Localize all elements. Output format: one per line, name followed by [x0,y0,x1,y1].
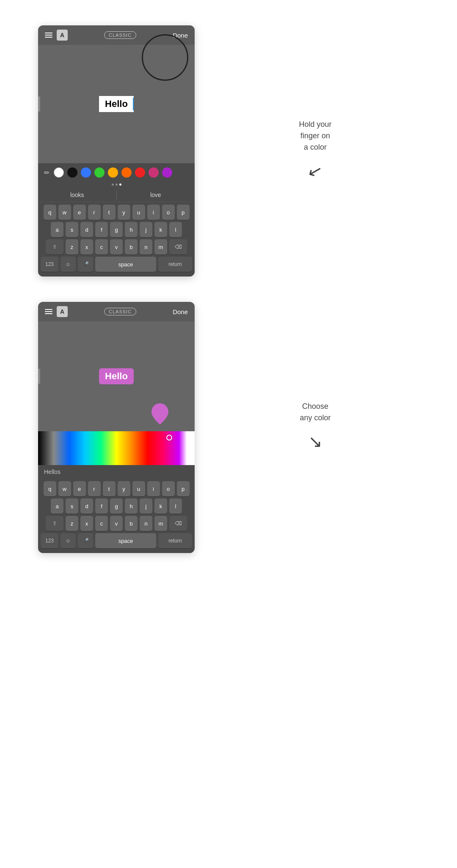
key-s[interactable]: s [66,222,78,237]
key-o[interactable]: o [162,205,175,220]
key2-s[interactable]: s [66,498,78,514]
font-icon-2[interactable]: A [57,306,68,317]
key-p[interactable]: p [177,205,190,220]
key-w[interactable]: w [58,205,71,220]
key-t[interactable]: t [103,205,116,220]
key-r[interactable]: r [88,205,101,220]
font-icon-1[interactable]: A [57,30,68,41]
color-red[interactable] [135,167,145,178]
key-emoji[interactable]: ☺ [61,257,76,272]
key-z[interactable]: z [66,239,78,255]
key-shift[interactable]: ⇧ [46,239,63,255]
done-button-2[interactable]: Done [173,308,188,315]
key2-x[interactable]: x [80,516,93,531]
key-h[interactable]: h [125,222,138,237]
key2-mic[interactable]: 🎤 [78,533,93,548]
side-tab-1 [38,96,40,112]
key-l[interactable]: l [169,222,182,237]
key-mic[interactable]: 🎤 [78,257,93,272]
hello-text-1[interactable]: Hello [99,96,134,112]
key-f[interactable]: f [95,222,108,237]
autocomplete-love[interactable]: love [117,191,195,199]
key2-m[interactable]: m [154,516,167,531]
key2-y[interactable]: y [118,481,130,496]
key2-q[interactable]: q [44,481,56,496]
hello-text-2[interactable]: Hello [99,368,134,384]
key-delete[interactable]: ⌫ [169,239,187,255]
key-g[interactable]: g [110,222,123,237]
key-x[interactable]: x [80,239,93,255]
color-black[interactable] [67,167,77,178]
pencil-icon-1[interactable]: ✏ [44,169,50,177]
key2-e[interactable]: e [73,481,86,496]
screen2-row: A CLASSIC Done Hello [38,302,419,553]
key2-z[interactable]: z [66,516,78,531]
color-purple[interactable] [162,167,172,178]
color-white[interactable] [54,167,64,178]
key2-v[interactable]: v [110,516,123,531]
key2-123[interactable]: 123 [41,533,58,548]
key2-g[interactable]: g [110,498,123,514]
classic-badge-1[interactable]: CLASSIC [104,31,136,39]
key2-n[interactable]: n [140,516,152,531]
key-m[interactable]: m [154,239,167,255]
key-i[interactable]: i [147,205,160,220]
key2-t[interactable]: t [103,481,116,496]
color-yellow[interactable] [108,167,118,178]
key2-space[interactable]: space [95,533,156,548]
key-row-2-1: q w e r t y u i o p [41,481,192,496]
key-k[interactable]: k [154,222,167,237]
side-tab-2 [38,369,40,384]
key2-j[interactable]: j [140,498,152,514]
key2-l[interactable]: l [169,498,182,514]
key-123[interactable]: 123 [41,257,58,272]
key2-delete[interactable]: ⌫ [169,516,187,531]
phone-mockup-1: A CLASSIC Done Hello ✏ [38,25,195,277]
key2-shift[interactable]: ⇧ [46,516,63,531]
key2-k[interactable]: k [154,498,167,514]
key-row-4: 123 ☺ 🎤 space return [41,257,192,272]
color-pointer [151,403,169,427]
color-orange[interactable] [121,167,132,178]
key2-i[interactable]: i [147,481,160,496]
key2-b[interactable]: b [125,516,138,531]
key-e[interactable]: e [73,205,86,220]
key2-d[interactable]: d [80,498,93,514]
key-a[interactable]: a [51,222,63,237]
key2-a[interactable]: a [51,498,63,514]
top-bar-left-2: A [45,306,68,317]
key2-w[interactable]: w [58,481,71,496]
key2-r[interactable]: r [88,481,101,496]
key-b[interactable]: b [125,239,138,255]
key-row-2-4: 123 ☺ 🎤 space return [41,533,192,548]
key-n[interactable]: n [140,239,152,255]
key-v[interactable]: v [110,239,123,255]
key-space[interactable]: space [95,257,156,272]
color-blue[interactable] [81,167,91,178]
key-j[interactable]: j [140,222,152,237]
classic-badge-2[interactable]: CLASSIC [104,308,136,315]
annotation-2: Choose any color ↙ [212,401,419,454]
key2-f[interactable]: f [95,498,108,514]
key-c[interactable]: c [95,239,108,255]
key2-h[interactable]: h [125,498,138,514]
key-u[interactable]: u [132,205,145,220]
key2-return[interactable]: return [158,533,192,548]
spectrum-selector[interactable] [166,435,172,441]
key-y[interactable]: y [118,205,130,220]
key2-c[interactable]: c [95,516,108,531]
key-d[interactable]: d [80,222,93,237]
autocomplete-looks[interactable]: looks [38,191,117,199]
key-q[interactable]: q [44,205,56,220]
key2-u[interactable]: u [132,481,145,496]
key-return[interactable]: return [158,257,192,272]
key2-p[interactable]: p [177,481,190,496]
color-pink[interactable] [149,167,159,178]
key2-emoji[interactable]: ☺ [61,533,76,548]
hamburger-icon[interactable] [45,33,52,38]
key2-o[interactable]: o [162,481,175,496]
hamburger-icon-2[interactable] [45,309,52,314]
color-green[interactable] [94,167,105,178]
done-button-1[interactable]: Done [173,32,188,39]
color-spectrum[interactable] [38,431,195,465]
